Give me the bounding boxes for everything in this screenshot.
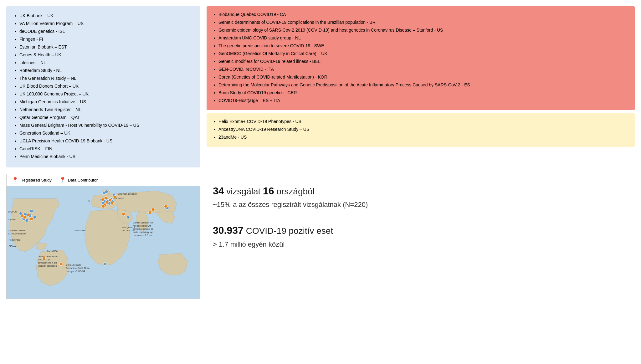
svg-point-18 (33, 216, 36, 219)
right-panels: Biobanque Quebec COVID19 - CA Genetic de… (207, 6, 635, 167)
stat-studies-sub: ~15%-a az összes regisztrált vizsgálatna… (213, 199, 628, 210)
svg-text:COVID19Hc: COVID19Hc (74, 229, 86, 232)
svg-point-23 (104, 196, 107, 199)
list-item: Netherlands Twin Register – NL (19, 106, 193, 113)
list-item: GenOMICC (Genetics Of Mortality in Criti… (218, 50, 628, 57)
svg-point-10 (105, 190, 108, 193)
stat-studies-text1: vizsgálat (224, 187, 263, 196)
svg-text:GIOPCO: GIOPCO (8, 211, 17, 213)
list-item: GEN-COVID, reCOVID - ITA (218, 66, 628, 73)
stat-countries-count: 16 (263, 185, 274, 197)
list-item: Finngen - FI (19, 36, 193, 43)
list-item: GeneRISK – FIN (19, 146, 193, 152)
svg-text:Estonian Biobank: Estonian Biobank (118, 192, 137, 195)
list-item: Biobanque Quebec COVID19 - CA (218, 11, 628, 18)
svg-text:and processing of se: and processing of se (133, 228, 153, 230)
svg-point-35 (102, 205, 105, 208)
svg-point-37 (149, 211, 152, 214)
list-item: Mass General Brigham - Host Vulnerabilit… (19, 122, 193, 129)
map-panel: 📍 Registered Study 📍 Data Contributor (6, 174, 200, 299)
list-item: The Generation R study – NL (19, 75, 193, 82)
list-item: VA Million Veteran Program – US (19, 20, 193, 27)
svg-text:of COVID-19: of COVID-19 (38, 259, 50, 261)
list-item: Genomic epidemiology of SARS-Cov-2 2019 … (218, 27, 628, 33)
red-study-list: Biobanque Quebec COVID19 - CA Genetic de… (213, 11, 628, 104)
list-item: Genes & Health – UK (19, 52, 193, 58)
red-study-panel: Biobanque Quebec COVID19 - CA Genetic de… (207, 6, 635, 110)
list-item: UK 100,000 Genomes Project – UK (19, 91, 193, 97)
stat-block-cases: 30.937 COVID-19 pozitív eset > 1.7 milli… (213, 223, 628, 249)
list-item: AncestryDNA COVID-19 Research Study – US (218, 126, 628, 133)
svg-point-36 (122, 213, 125, 216)
legend-registered-label: Registered Study (20, 178, 52, 182)
stats-panel: 34 vizsgálat 16 országból ~15%-a az össz… (207, 174, 635, 259)
svg-text:SIGMA: SIGMA (9, 245, 16, 247)
stat-studies-line1: 34 vizsgálat 16 országból (213, 183, 628, 199)
svg-text:nes associated wit: nes associated wit (133, 225, 151, 227)
svg-text:Rocky Point: Rocky Point (9, 239, 20, 241)
svg-text:es & Health: es & Health (113, 197, 124, 199)
svg-point-38 (152, 208, 155, 211)
svg-text:Covid19 Health: Covid19 Health (66, 264, 81, 266)
list-item: Determining the Molecular Pathways and G… (218, 82, 628, 88)
svg-text:coronavirus 2 S prot: coronavirus 2 S prot (133, 234, 152, 237)
list-item: Generation Scotland – UK (19, 130, 193, 136)
svg-point-22 (101, 198, 104, 201)
stat-cases-text: COVID-19 pozitív eset (244, 226, 333, 236)
list-item: Corea (Genetics of COVID-related Manifes… (218, 74, 628, 80)
list-item: Helix Exome+ COVID-19 Phenotypes - US (218, 118, 628, 125)
svg-point-12 (24, 213, 27, 216)
map-legend: 📍 Registered Study 📍 Data Contributor (7, 174, 200, 186)
stat-cases-sub: > 1.7 millió egyén közül (213, 239, 628, 250)
legend-contributor-label: Data Contributor (68, 178, 98, 182)
list-item: UK Blood Donors Cohort – UK (19, 83, 193, 90)
list-item: Estonian Biobank – EST (19, 44, 193, 50)
yellow-study-panel: Helix Exome+ COVID-19 Phenotypes - US An… (207, 113, 635, 147)
svg-text:NT: NT (88, 199, 92, 202)
svg-point-21 (103, 263, 106, 266)
yellow-study-list: Helix Exome+ COVID-19 Phenotypes - US An… (213, 118, 628, 141)
list-item: UK Biobank – UK (19, 13, 193, 19)
svg-point-24 (105, 201, 109, 204)
svg-point-31 (30, 217, 33, 220)
svg-text:acute respiratory syn: acute respiratory syn (133, 231, 153, 233)
svg-point-17 (30, 209, 33, 213)
stat-block-studies: 34 vizsgálat 16 országból ~15%-a az össz… (213, 183, 628, 210)
legend-contributor: 📍 Data Contributor (59, 177, 98, 183)
svg-point-39 (164, 205, 167, 208)
svg-text:Genomics - South Africa,: Genomics - South Africa, (66, 267, 90, 269)
left-study-list: UK Biobank – UK VA Million Veteran Progr… (14, 13, 193, 160)
stat-cases-count: 30.937 (213, 225, 244, 236)
list-item: Lifelines – NL (19, 59, 193, 66)
svg-text:Genetic variation in h: Genetic variation in h (133, 222, 154, 224)
stat-countries-text: országból (274, 187, 315, 196)
svg-text:COVID19 Biobank: COVID19 Biobank (8, 233, 26, 235)
svg-text:Columbia Univers: Columbia Univers (8, 229, 26, 232)
list-item: Michigan Genomics Initiative – US (19, 99, 193, 105)
svg-text:acronym: CoHG-SA: acronym: CoHG-SA (66, 270, 85, 273)
svg-text:CLHORAZ: CLHORAZ (47, 250, 58, 252)
svg-point-29 (27, 213, 30, 216)
svg-point-32 (21, 214, 24, 217)
svg-point-25 (109, 198, 112, 202)
list-item: Qatar Genome Program – QAT (19, 114, 193, 121)
svg-point-19 (127, 216, 130, 219)
svg-text:CESPEC: CESPEC (8, 218, 17, 221)
list-item: The genetic predisposition to severe COV… (218, 43, 628, 49)
svg-point-16 (25, 219, 28, 222)
stat-cases-line1: 30.937 COVID-19 pozitív eset (213, 223, 628, 238)
list-item: deCODE genetics - ISL (19, 28, 193, 35)
world-map: Estonian Biobank es & Health Columbia Un… (7, 186, 200, 299)
list-item: Bonn Study of COVID19 genetics - GER (218, 90, 628, 96)
svg-text:complications in the: complications in the (38, 262, 57, 264)
svg-text:Brazilian population: Brazilian population (38, 265, 57, 267)
svg-point-26 (110, 202, 114, 205)
left-list-panel: UK Biobank – UK VA Million Veteran Progr… (6, 6, 200, 167)
list-item: UCLA Precision Health COVID-19 Biobank -… (19, 138, 193, 144)
stat-studies-count: 34 (213, 185, 224, 197)
list-item: Genetic determinants of COVID-19 complic… (218, 19, 628, 26)
list-item: COVID19-Host(a)ge – ES + ITA (218, 97, 628, 104)
svg-point-33 (59, 263, 63, 266)
list-item: Amsterdam UMC COVID study group - NL (218, 35, 628, 41)
list-item: Penn Medicine Biobank - US (19, 153, 193, 160)
